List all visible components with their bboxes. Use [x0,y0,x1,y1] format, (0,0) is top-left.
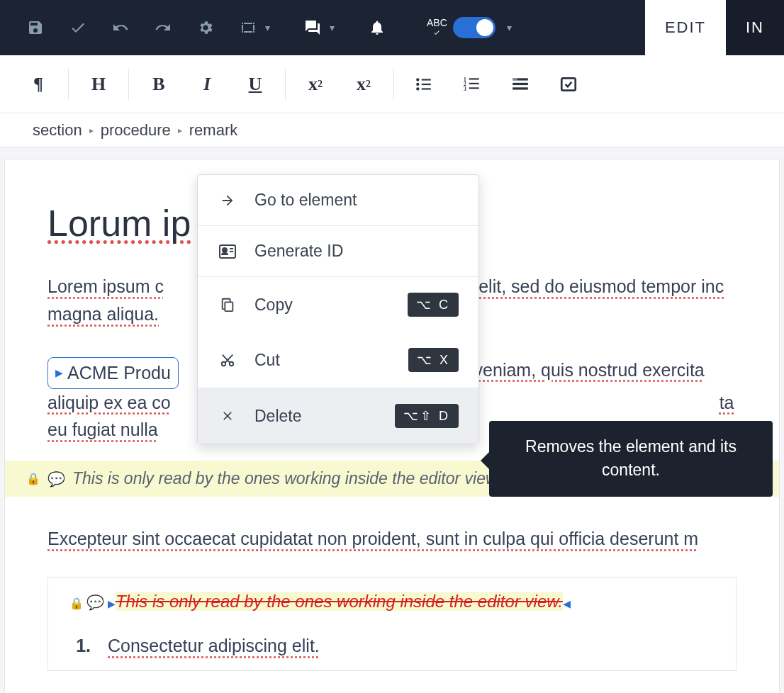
breadcrumb-section[interactable]: section [33,121,82,140]
notifications-button[interactable] [356,0,398,55]
menu-copy[interactable]: Copy ⌥ C [198,277,478,332]
lock-icon: 🔒 [26,472,40,485]
comments-dropdown[interactable]: ▾ [298,0,335,55]
chevron-down-icon: ▾ [330,22,335,33]
shortcut-badge: ⌥ C [408,293,459,317]
subscript-button[interactable]: x2 [340,63,388,106]
paragraph-button[interactable]: ¶ [14,63,62,106]
comment-icon: 💬 [47,471,65,488]
mode-tabs: EDIT IN [645,0,784,55]
spellcheck-toggle[interactable] [453,17,495,38]
paragraph-3[interactable]: Excepteur sint occaecat cupidatat non pr… [47,525,737,553]
selection-icon [240,19,257,36]
breadcrumb-separator: ▸ [89,125,94,135]
arrow-right-icon [218,193,237,208]
underline-button[interactable]: U [231,63,279,106]
svg-point-1 [416,82,419,85]
lock-icon: 🔒 [69,597,84,609]
superscript-button[interactable]: x2 [291,63,340,106]
inline-comment-row[interactable]: 🔒 💬 ▶This is only read by the ones worki… [69,592,715,612]
tab-insert[interactable]: IN [726,0,784,55]
heading-button[interactable]: H [74,63,123,106]
element-tag-acme[interactable]: ▶ ACME Produ [47,357,179,389]
italic-button[interactable]: I [183,63,231,106]
menu-go-to-element[interactable]: Go to element [198,175,478,225]
svg-point-2 [416,87,419,90]
bullet-list-button[interactable] [400,63,448,106]
cut-icon [218,352,237,368]
svg-rect-4 [422,83,431,84]
svg-point-0 [416,78,419,81]
tooltip: Removes the element and its content. [489,421,773,497]
id-card-icon [218,244,237,259]
breadcrumb-procedure[interactable]: procedure [101,121,171,140]
undo-button[interactable] [99,0,142,55]
delete-icon [218,409,237,423]
svg-rect-9 [469,78,479,79]
svg-rect-21 [225,302,233,311]
breadcrumb-remark[interactable]: remark [189,121,237,140]
redo-button[interactable] [142,0,184,55]
main-toolbar: ▾ ▾ ABC ▾ EDIT IN [0,0,784,55]
selection-dropdown[interactable]: ▾ [234,0,270,55]
svg-rect-3 [422,79,431,80]
svg-point-18 [223,248,227,252]
checklist-button[interactable] [544,63,593,106]
comment-icon: 💬 [86,595,104,610]
chevron-down-icon: ▾ [507,22,512,33]
context-menu: Go to element Generate ID Copy ⌥ C Cut ⌥… [197,174,479,444]
list-text[interactable]: Consectetur adipiscing elit. [108,636,320,656]
marker-icon: ▶ [563,598,571,609]
list-item[interactable]: 1. Consectetur adipiscing elit. [69,636,715,656]
chevron-down-icon: ▾ [265,22,270,33]
svg-rect-10 [469,82,479,84]
menu-cut[interactable]: Cut ⌥ X [198,332,478,388]
breadcrumb-separator: ▸ [178,125,182,135]
tab-edit[interactable]: EDIT [645,0,726,55]
menu-delete[interactable]: Delete ⌥⇧ D [198,388,478,444]
bell-icon [369,19,386,36]
definition-list-button[interactable] [496,63,544,106]
svg-text:3: 3 [464,85,466,91]
bold-button[interactable]: B [135,63,183,106]
svg-rect-5 [422,88,431,89]
svg-rect-15 [513,78,517,80]
shortcut-badge: ⌥⇧ D [395,404,459,428]
numbered-list-button[interactable]: 123 [448,63,496,106]
svg-rect-11 [469,87,479,89]
spellcheck-toggle-group: ABC ▾ [427,17,512,38]
format-toolbar: ¶ H B I U x2 x2 123 [0,55,784,113]
nested-block[interactable]: 🔒 💬 ▶This is only read by the ones worki… [47,577,737,671]
list-number: 1. [69,636,91,656]
expand-icon: ▶ [55,366,63,381]
svg-rect-14 [513,87,528,89]
save-button[interactable] [14,0,57,55]
shortcut-badge: ⌥ X [408,348,459,372]
svg-rect-13 [513,82,528,84]
breadcrumb: section ▸ procedure ▸ remark [0,113,784,147]
marker-icon: ▶ [108,598,116,609]
menu-generate-id[interactable]: Generate ID [198,226,478,276]
settings-button[interactable] [184,0,227,55]
spellcheck-icon: ABC [427,18,447,38]
svg-point-22 [222,362,226,366]
svg-point-23 [230,362,234,366]
copy-icon [218,297,237,312]
check-button[interactable] [57,0,99,55]
comments-icon [304,19,321,36]
